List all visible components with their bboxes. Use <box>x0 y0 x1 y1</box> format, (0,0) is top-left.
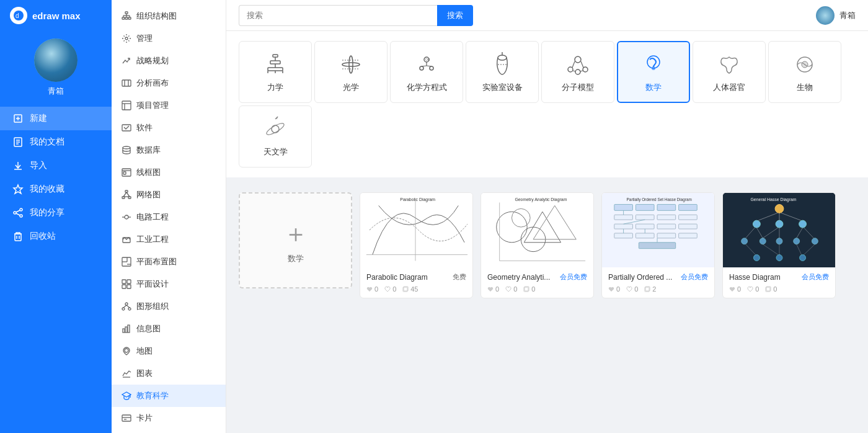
template-hasse[interactable]: General Hasse Diagram <box>722 192 836 298</box>
parabolic-thumb: Parabolic Diagram <box>360 193 472 267</box>
svg-rect-21 <box>125 17 128 19</box>
menu-education[interactable]: 教育科学 <box>112 385 226 407</box>
svg-line-44 <box>126 192 130 197</box>
category-math[interactable]: 数学 <box>617 41 690 103</box>
search-button[interactable]: 搜索 <box>437 5 473 26</box>
nav-share[interactable]: 我的分享 <box>0 201 112 225</box>
svg-rect-57 <box>127 285 131 288</box>
svg-point-175 <box>776 255 782 261</box>
menu-database[interactable]: 数据库 <box>112 139 226 161</box>
add-icon: ＋ <box>283 216 308 251</box>
search-bar: 搜索 <box>239 5 473 26</box>
category-astronomy[interactable]: 天文学 <box>239 105 312 167</box>
hasse-likes: 0 <box>729 285 741 293</box>
geometry-badge: 会员免费 <box>560 272 587 282</box>
po-likes: 0 <box>608 285 620 293</box>
template-partially-ordered[interactable]: Partially Ordered Set Hasse Diagram <box>601 192 715 298</box>
menu-analysis[interactable]: 分析画布 <box>112 72 226 94</box>
nav-docs[interactable]: 我的文档 <box>0 130 112 154</box>
svg-rect-77 <box>273 55 278 57</box>
svg-line-93 <box>422 66 427 66</box>
hasse-name: Hasse Diagram <box>729 273 781 282</box>
category-molecule[interactable]: 分子模型 <box>541 41 614 103</box>
svg-line-106 <box>580 71 583 71</box>
header: 搜索 青箱 <box>226 0 868 31</box>
geometry-copies: 0 <box>523 285 535 293</box>
svg-point-158 <box>776 220 783 228</box>
svg-line-61 <box>123 305 126 308</box>
nav-import[interactable]: 导入 <box>0 154 112 177</box>
menu-infographic[interactable]: 信息图 <box>112 318 226 340</box>
template-parabolic[interactable]: Parabolic Diagram Parabolic Diagram 免费 <box>360 192 473 298</box>
svg-point-85 <box>349 56 353 73</box>
menu-industrial[interactable]: 工业工程 <box>112 228 226 251</box>
svg-line-104 <box>581 61 583 68</box>
svg-point-58 <box>125 303 128 305</box>
category-chemistry[interactable]: OR 化学方程式 <box>390 41 463 103</box>
svg-point-36 <box>123 146 130 149</box>
avatar-name: 青箱 <box>48 86 64 97</box>
nav-new[interactable]: 新建 <box>0 107 112 130</box>
menu-manage[interactable]: 管理 <box>112 27 226 50</box>
svg-line-94 <box>427 66 432 66</box>
svg-line-160 <box>758 213 777 220</box>
category-optics[interactable]: 光学 <box>314 41 388 103</box>
svg-rect-19 <box>125 12 128 14</box>
menu-card[interactable]: 卡片 <box>112 407 226 429</box>
menu-wireframe[interactable]: 线框图 <box>112 161 226 184</box>
category-section: 力学 光学 OR 化学方程式 实验室设备 <box>226 31 868 177</box>
menu-chart[interactable]: 图表 <box>112 362 226 385</box>
svg-point-90 <box>430 66 433 70</box>
math-label: 数学 <box>645 82 662 93</box>
template-add-card[interactable]: ＋ 数学 <box>239 192 352 288</box>
nav-favorites[interactable]: 我的收藏 <box>0 177 112 201</box>
svg-line-162 <box>781 213 801 220</box>
svg-line-177 <box>746 244 756 255</box>
svg-point-163 <box>742 238 748 244</box>
partially-ordered-thumb: Partially Ordered Set Hasse Diagram <box>602 193 714 267</box>
menu-graphic-org[interactable]: 图形组织 <box>112 295 226 318</box>
menu-project[interactable]: 项目管理 <box>112 94 226 117</box>
category-mechanics[interactable]: 力学 <box>239 41 312 103</box>
search-input[interactable] <box>239 5 437 26</box>
menu-org[interactable]: 组织结构图 <box>112 5 226 27</box>
svg-rect-151 <box>639 243 675 249</box>
menu-software[interactable]: 软件 <box>112 117 226 139</box>
svg-rect-32 <box>122 101 131 110</box>
svg-rect-131 <box>614 204 633 210</box>
category-biology[interactable]: 生物 <box>768 41 841 103</box>
menu-table[interactable]: 表格 <box>112 429 226 433</box>
svg-point-100 <box>568 67 573 72</box>
category-lab[interactable]: 实验室设备 <box>466 41 539 103</box>
menu-floorplan[interactable]: 平面布置图 <box>112 251 226 273</box>
menu-strategy[interactable]: 战略规划 <box>112 50 226 72</box>
menu-circuit[interactable]: 电路工程 <box>112 206 226 228</box>
section-divider <box>226 177 868 182</box>
nav-trash[interactable]: 回收站 <box>0 225 112 248</box>
menu-network[interactable]: 网络图 <box>112 184 226 206</box>
svg-line-172 <box>797 228 803 238</box>
menu-map[interactable]: 地图 <box>112 340 226 362</box>
svg-point-101 <box>583 67 588 72</box>
avatar[interactable] <box>34 38 78 82</box>
svg-rect-35 <box>122 125 131 131</box>
hasse-copies: 0 <box>765 285 777 293</box>
svg-text:Partially Ordered Set Hasse Di: Partially Ordered Set Hasse Diagram <box>627 197 692 202</box>
svg-text:Geometry Analytic Diagram: Geometry Analytic Diagram <box>515 197 567 202</box>
svg-rect-136 <box>636 215 654 220</box>
parabolic-likes: 0 <box>366 285 378 293</box>
category-organ[interactable]: 人体器官 <box>693 41 766 103</box>
geometry-likes: 0 <box>487 285 499 293</box>
menu-flatdesign[interactable]: 平面设计 <box>112 273 226 295</box>
astronomy-label: 天文学 <box>264 146 288 158</box>
template-geometry[interactable]: Geometry Analytic Diagram Geometry Analy… <box>480 192 594 298</box>
chemistry-label: 化学方程式 <box>407 82 447 93</box>
partially-ordered-name: Partially Ordered ... <box>608 273 672 282</box>
svg-line-180 <box>797 244 802 255</box>
po-hearts: 0 <box>626 285 638 293</box>
svg-line-181 <box>804 244 815 255</box>
svg-marker-124 <box>524 212 560 242</box>
lab-icon <box>489 51 516 78</box>
mechanics-icon <box>262 51 289 78</box>
svg-rect-69 <box>122 415 131 421</box>
